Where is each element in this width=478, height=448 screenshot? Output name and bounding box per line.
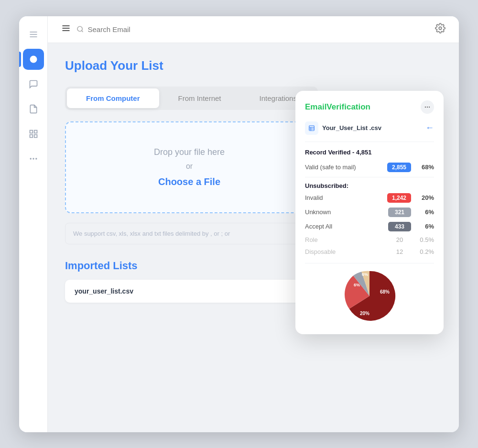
verification-card: EmailVerification — [295, 91, 444, 334]
svg-point-11 — [35, 158, 37, 159]
sidebar-item-home[interactable] — [23, 49, 44, 70]
content-area: Upload Your List From Computer From Inte… — [48, 43, 459, 432]
stat-row-valid: Valid (safe to mail) 2,855 68% — [305, 163, 434, 172]
divider — [305, 177, 434, 177]
header — [48, 16, 459, 43]
stat-badge-unknown: 321 — [388, 208, 411, 217]
svg-point-4 — [33, 58, 34, 60]
card-menu-button[interactable] — [421, 100, 434, 114]
stat-row-invalid: Invalid 1,242 20% — [305, 193, 434, 203]
stat-value-role: 20 — [388, 236, 411, 243]
svg-point-18 — [425, 106, 426, 107]
svg-point-9 — [30, 158, 31, 159]
choose-file-button[interactable]: Choose a File — [81, 176, 297, 187]
pie-chart: 68% 20% 6% 6% — [341, 267, 398, 325]
sidebar-item-menu[interactable] — [23, 24, 44, 45]
drop-zone-text: Drop your file here — [81, 147, 297, 157]
record-count: Record Verified - 4,851 — [305, 149, 434, 156]
page-title: Upload Your List — [65, 58, 442, 73]
stat-percent-role: 0.5% — [417, 236, 434, 243]
pie-label-unknown: 6% — [354, 283, 360, 287]
stat-percent-unknown: 6% — [417, 208, 434, 216]
hamburger-icon[interactable] — [61, 23, 71, 35]
stat-percent-invalid: 20% — [417, 194, 434, 201]
card-header: EmailVerification — [305, 100, 434, 114]
card-title: EmailVerification — [305, 102, 370, 112]
svg-point-17 — [439, 27, 442, 30]
svg-rect-21 — [309, 125, 315, 131]
sidebar-item-chat[interactable] — [23, 74, 44, 95]
file-icon — [305, 121, 318, 135]
file-name: Your_User_List .csv — [305, 121, 381, 135]
unsubscribed-label: Unsubscribed: — [305, 182, 434, 189]
stat-percent-valid: 68% — [417, 164, 434, 171]
search-icon — [76, 25, 84, 33]
search-input[interactable] — [87, 25, 429, 33]
stat-row-role: Role 20 0.5% — [305, 236, 434, 243]
settings-icon[interactable] — [435, 23, 445, 36]
stat-value-disposable: 12 — [388, 248, 411, 255]
file-row: Your_User_List .csv ← — [305, 121, 434, 142]
search-bar — [76, 25, 429, 33]
stat-row-unknown: Unknown 321 6% — [305, 208, 434, 217]
svg-line-16 — [82, 31, 83, 32]
pie-label-invalid: 20% — [360, 311, 369, 316]
svg-point-19 — [427, 106, 428, 107]
stat-percent-acceptall: 6% — [417, 223, 434, 230]
sidebar-item-more[interactable] — [23, 148, 44, 169]
stat-label-invalid: Invalid — [305, 194, 387, 201]
svg-rect-8 — [30, 134, 33, 137]
drop-zone-or: or — [81, 162, 297, 171]
sidebar-item-document[interactable] — [23, 98, 44, 120]
pie-chart-container: 68% 20% 6% 6% — [305, 263, 434, 325]
svg-rect-7 — [34, 134, 37, 137]
stat-row-acceptall: Accept All 433 6% — [305, 222, 434, 231]
back-arrow[interactable]: ← — [425, 123, 434, 133]
svg-point-20 — [429, 106, 430, 107]
svg-point-10 — [33, 158, 34, 159]
stat-label-role: Role — [305, 236, 388, 243]
main-content: Upload Your List From Computer From Inte… — [48, 16, 459, 432]
support-text: We support csv, xls, xlsx and txt files … — [65, 223, 314, 244]
tabs-container: From Computer From Internet Integrations — [65, 87, 318, 110]
sidebar-item-contacts[interactable] — [23, 123, 44, 144]
stat-label-acceptall: Accept All — [305, 223, 388, 230]
tab-from-computer[interactable]: From Computer — [67, 88, 159, 108]
drop-zone[interactable]: Drop your file here or Choose a File — [65, 121, 314, 213]
svg-rect-6 — [34, 130, 37, 133]
pie-label-acceptall: 6% — [362, 272, 368, 277]
stat-label-valid: Valid (safe to mail) — [305, 164, 387, 171]
imported-list-item[interactable]: your_user_list.csv — [65, 280, 314, 303]
svg-rect-5 — [30, 130, 33, 133]
stat-row-disposable: Disposable 12 0.2% — [305, 248, 434, 255]
stat-label-disposable: Disposable — [305, 248, 388, 255]
stat-badge-invalid: 1,242 — [387, 193, 411, 203]
stat-badge-valid: 2,855 — [387, 163, 411, 172]
sidebar — [19, 16, 48, 432]
app-wrapper: Upload Your List From Computer From Inte… — [19, 16, 459, 432]
stat-badge-acceptall: 433 — [388, 222, 411, 231]
tab-from-internet[interactable]: From Internet — [159, 88, 240, 108]
svg-point-15 — [77, 26, 82, 31]
stat-label-unknown: Unknown — [305, 208, 388, 216]
stat-percent-disposable: 0.2% — [417, 248, 434, 255]
pie-label-valid: 68% — [380, 289, 390, 295]
